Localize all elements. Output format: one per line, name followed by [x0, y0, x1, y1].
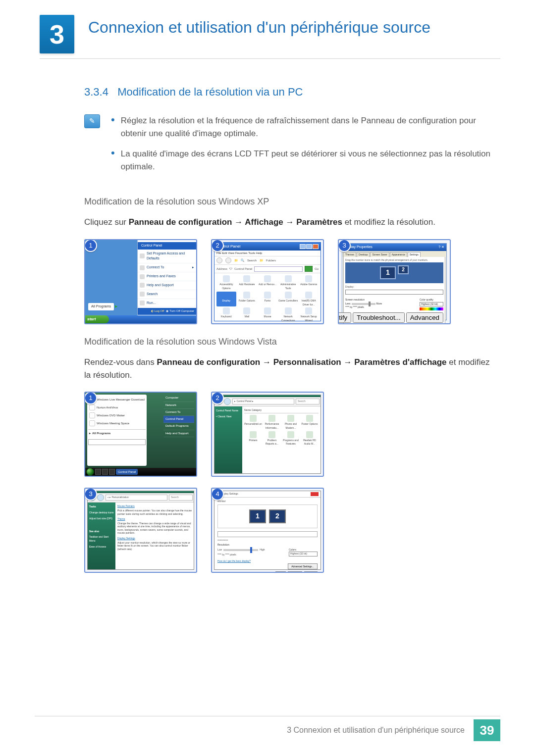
body: Control Panel Home • Classic View Name C…	[214, 406, 321, 473]
dvd-maker-icon	[89, 412, 95, 418]
xp-subheading: Modification de la résolution sous Windo…	[84, 195, 490, 209]
game-controllers-icon	[285, 292, 292, 299]
label: Power Options	[302, 422, 318, 425]
panel-header: Control Panel	[138, 242, 196, 250]
settings-row: Screen resolution Less More **** by ****…	[345, 296, 443, 312]
cp-icon: Power Options	[301, 415, 319, 430]
note-bullet: • Réglez la résolution et la fréquence d…	[111, 114, 490, 141]
monitor-preview: 1 2	[345, 262, 443, 283]
label: Mouse	[264, 315, 271, 318]
titlebar: 🖥 Display Settings	[214, 491, 321, 498]
note-block: ✎ • Réglez la résolution et la fréquence…	[84, 114, 490, 180]
placeholder-line: ***********	[217, 539, 318, 543]
cancel-button: Cancel	[288, 571, 303, 573]
label: Run...	[147, 301, 156, 306]
monitor-2: 2	[398, 265, 409, 274]
titlebar: Control Panel	[214, 243, 321, 251]
link-heading: Mouse Pointers	[117, 504, 192, 508]
label: Phone and Modem...	[285, 422, 297, 429]
side-link: Control Panel Home	[216, 408, 241, 414]
resolution-slider	[352, 303, 375, 305]
hint-text: Drag the monitor icons to match the phys…	[345, 258, 443, 262]
go-button	[305, 266, 313, 272]
menu-item: Printers and Faxes	[138, 272, 196, 281]
label: Windows Meeting Space	[97, 421, 129, 426]
step-badge: 3	[338, 239, 351, 252]
forward-icon	[97, 494, 104, 501]
label: Help and Support	[147, 283, 173, 288]
main-panel: Mouse Pointers Pick a different mouse po…	[115, 503, 194, 569]
cp-icon: Administrative Tools	[278, 275, 298, 291]
tab: Desktop	[357, 252, 370, 257]
forward-icon	[224, 398, 231, 405]
cp-icon: Realtek HD Audio M...	[301, 431, 319, 447]
side-link: Change desktop icons	[89, 510, 114, 516]
vista-thumb-1: 1 Windows Live Messenger Download Norton…	[84, 392, 197, 477]
monitor-select	[217, 531, 318, 537]
vista-thumb-row-2: 3 « ▸ Personalization Search Tasks Chang…	[84, 488, 490, 573]
label: Go	[315, 267, 319, 271]
search-box: Search	[169, 495, 193, 501]
note-text: Réglez la résolution et la fréquence de …	[121, 114, 490, 141]
program-access-icon	[140, 253, 145, 258]
start-left-panel: Windows Live Messenger Download Norton A…	[87, 395, 147, 466]
dialog-titlebar: Display Properties ? ✕	[342, 244, 446, 251]
path-segment: Paramètres d'affichage	[354, 357, 446, 367]
window-buttons: ? ✕	[438, 245, 444, 250]
help-link: How do I get the best display?	[217, 559, 251, 563]
page-number: 39	[474, 719, 500, 741]
intel-gma-icon	[305, 292, 312, 299]
label: Performance Informatio...	[265, 422, 279, 429]
start-orb-icon	[86, 468, 94, 476]
label: Fonts	[265, 299, 271, 302]
note-list: • Réglez la résolution et la fréquence d…	[111, 114, 490, 180]
vista-taskbar: Control Panel	[85, 468, 196, 476]
arrow: →	[234, 217, 245, 227]
add-remove-icon	[264, 275, 271, 282]
realtek-audio-icon	[306, 431, 313, 438]
menu-item: Network	[163, 402, 194, 409]
cp-icon: Phone and Modem...	[282, 415, 300, 430]
menubar: File Edit View Favorites Tools Help	[214, 251, 321, 256]
start-search-box	[88, 439, 146, 445]
address-bar: Address 🛡 Control Panel Go	[214, 265, 321, 273]
control-panel-window: Control Panel File Edit View Favorites T…	[214, 242, 321, 321]
fonts-icon	[264, 292, 271, 299]
dialog-tabs: Themes Desktop Screen Saver Appearance S…	[342, 251, 446, 257]
label: More	[376, 302, 382, 306]
section-title: Modification de la résolution via un PC	[117, 86, 303, 98]
xp-taskbar: start	[85, 315, 196, 323]
tab: Themes	[343, 252, 356, 257]
label: Programs and Features	[283, 439, 298, 446]
toolbar: 📁 🔍 Search 📁 Folders	[214, 256, 321, 265]
cp-icon-selected: Display	[216, 292, 236, 307]
antivirus-icon	[89, 404, 95, 410]
troubleshoot-button: Troubleshoot...	[353, 312, 404, 323]
chevron-right-icon: ▸	[192, 265, 194, 270]
menu-item: Connect To	[163, 409, 194, 416]
cp-icon: Mouse	[258, 307, 277, 323]
label: Keyboard	[221, 315, 231, 318]
cp-icon: Network Setup Wizard	[299, 307, 319, 323]
back-icon	[216, 257, 222, 263]
start-button: start	[85, 315, 109, 323]
cp-icon: Add Hardware	[237, 275, 257, 291]
bullet-icon: •	[111, 114, 115, 141]
label: Set Program Access and Defaults	[147, 251, 194, 262]
help-icon	[140, 283, 145, 288]
resolution-col: Screen resolution Less More **** by ****…	[345, 298, 382, 310]
label: Folders	[266, 258, 276, 263]
arrow: →	[343, 357, 354, 367]
resolution-value: **** by **** pixels	[217, 553, 265, 557]
connect-icon	[140, 265, 145, 270]
cp-icon: Personalizati on	[244, 415, 262, 430]
resolution-slider	[223, 549, 258, 551]
dialog-body: Drag the monitor icons to match the phys…	[343, 257, 445, 324]
dialog-body: Monitor 1 2 *********** Resolution: Low	[214, 498, 321, 573]
cp-icon: Accessibility Options	[216, 275, 236, 291]
vista-display-settings: 🖥 Display Settings Monitor 1 2 *********…	[214, 491, 321, 570]
menu-item: Computer	[163, 395, 194, 402]
apply-button: Apply	[304, 571, 318, 573]
xp-thumb-row: 1 Control Panel Set Program Access and D…	[84, 239, 490, 324]
label: Network Connections	[281, 315, 295, 322]
